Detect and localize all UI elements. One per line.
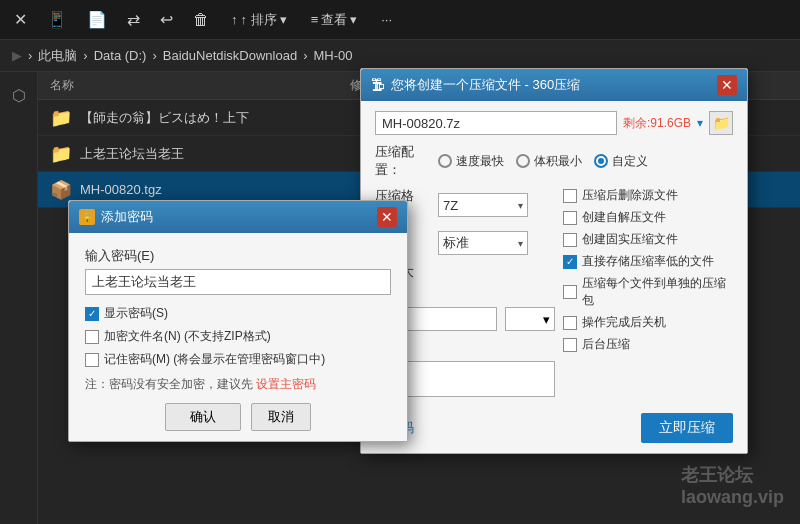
header-name: 名称 [50, 77, 350, 94]
checkbox-3[interactable]: ✓ 直接存储压缩率低的文件 [563, 253, 733, 270]
volume-arrow: ▾ [543, 312, 550, 327]
compress-dialog-close[interactable]: ✕ [717, 75, 737, 95]
address-folder[interactable]: BaiduNetdiskDownload [163, 48, 297, 63]
password-dialog-title: 🔒 添加密码 ✕ [69, 201, 407, 233]
pwd-checkbox-show-box: ✓ [85, 307, 99, 321]
address-subfolder[interactable]: MH-00 [314, 48, 353, 63]
toolbar-share-icon[interactable]: ↩ [154, 6, 179, 33]
config-radio-group: 速度最快 体积最小 自定义 [438, 153, 733, 170]
format-row: 压缩格式: 7Z ▾ 访式: 标准 ▾ 份卷大小: [375, 187, 733, 405]
watermark: 老王论坛laowang.vip [681, 463, 784, 508]
checkbox-box-0 [563, 189, 577, 203]
checkbox-box-2 [563, 233, 577, 247]
right-checkboxes: 压缩后删除源文件 创建自解压文件 创建固实压缩文件 ✓ 直接存储压缩率低的文件 … [563, 187, 733, 353]
config-radio-small[interactable]: 体积最小 [516, 153, 582, 170]
address-drive[interactable]: Data (D:) [94, 48, 147, 63]
password-note: 注：密码没有安全加密，建议先 设置主密码 [85, 376, 391, 393]
access-arrow: ▾ [518, 238, 523, 249]
checkbox-box-6 [563, 338, 577, 352]
toolbar-copy-icon[interactable]: 📄 [81, 6, 113, 33]
checkbox-box-1 [563, 211, 577, 225]
folder-icon-0: 📁 [50, 107, 72, 129]
radio-circle-fast [438, 154, 452, 168]
sort-chevron: ▾ [280, 12, 287, 27]
view-chevron: ▾ [350, 12, 357, 27]
address-computer[interactable]: 此电脑 [38, 47, 77, 65]
config-label: 压缩配置： [375, 143, 430, 179]
filename-input[interactable] [375, 111, 617, 135]
sort-icon: ↑ [231, 12, 238, 27]
sidebar: ⬡ [0, 72, 38, 524]
set-master-password-link[interactable]: 设置主密码 [256, 377, 316, 391]
toolbar-delete-icon[interactable]: 🗑 [187, 7, 215, 33]
file-name-2: MH-00820.tgz [80, 182, 360, 197]
config-radio-fast[interactable]: 速度最快 [438, 153, 504, 170]
compress-dialog-title: 🗜 您将创建一个压缩文件 - 360压缩 ✕ [361, 69, 747, 101]
password-dialog-icon: 🔒 [79, 209, 95, 225]
folder-icon-1: 📁 [50, 143, 72, 165]
tgz-icon: 📦 [50, 179, 72, 201]
checkbox-0[interactable]: 压缩后删除源文件 [563, 187, 733, 204]
compress-dialog-icon: 🗜 [371, 77, 385, 93]
address-arrow: ▶ [12, 48, 22, 63]
toolbar: ✕ 📱 📄 ⇄ ↩ 🗑 ↑ ↑ 排序 ▾ ≡ 查看 ▾ ··· [0, 0, 800, 40]
pwd-checkbox-remember-box [85, 353, 99, 367]
pwd-checkbox-remember[interactable]: 记住密码(M) (将会显示在管理密码窗口中) [85, 351, 391, 368]
radio-circle-custom [594, 154, 608, 168]
pwd-checkbox-show[interactable]: ✓ 显示密码(S) [85, 305, 391, 322]
volume-dropdown[interactable]: ▾ [505, 307, 555, 331]
password-field-label: 输入密码(E) [85, 247, 391, 265]
password-input[interactable] [85, 269, 391, 295]
pwd-checkbox-filename[interactable]: 加密文件名(N) (不支持ZIP格式) [85, 328, 391, 345]
format-arrow: ▾ [518, 200, 523, 211]
filename-row: 剩余:91.6GB ▾ 📁 [375, 111, 733, 135]
checkbox-1[interactable]: 创建自解压文件 [563, 209, 733, 226]
sidebar-icon-1[interactable]: ⬡ [4, 80, 34, 110]
format-select[interactable]: 7Z ▾ [438, 193, 528, 217]
password-ok-button[interactable]: 确认 [165, 403, 241, 431]
compress-dialog-body: 剩余:91.6GB ▾ 📁 压缩配置： 速度最快 体积最小 自定义 [361, 101, 747, 453]
config-radio-custom[interactable]: 自定义 [594, 153, 648, 170]
view-button[interactable]: ≡ 查看 ▾ [303, 7, 366, 33]
password-checkboxes: ✓ 显示密码(S) 加密文件名(N) (不支持ZIP格式) 记住密码(M) (将… [85, 305, 391, 368]
access-select[interactable]: 标准 ▾ [438, 231, 528, 255]
checkbox-6[interactable]: 后台压缩 [563, 336, 733, 353]
compress-button[interactable]: 立即压缩 [641, 413, 733, 443]
view-icon: ≡ [311, 12, 319, 27]
checkbox-box-3: ✓ [563, 255, 577, 269]
password-dialog: 🔒 添加密码 ✕ 输入密码(E) ✓ 显示密码(S) 加密文件名(N) (不支持… [68, 200, 408, 442]
password-dialog-body: 输入密码(E) ✓ 显示密码(S) 加密文件名(N) (不支持ZIP格式) 记住… [69, 233, 407, 441]
toolbar-phone-icon[interactable]: 📱 [41, 6, 73, 33]
browse-folder-button[interactable]: 📁 [709, 111, 733, 135]
free-space-dropdown[interactable]: ▾ [697, 116, 703, 130]
compress-dialog: 🗜 您将创建一个压缩文件 - 360压缩 ✕ 剩余:91.6GB ▾ 📁 压缩配… [360, 68, 748, 454]
free-space-label: 剩余:91.6GB [623, 115, 691, 132]
toolbar-move-icon[interactable]: ⇄ [121, 6, 146, 33]
dialog-bottom-row: 加密码 立即压缩 [375, 413, 733, 443]
checkbox-4[interactable]: 压缩每个文件到单独的压缩包 [563, 275, 733, 309]
radio-circle-small [516, 154, 530, 168]
file-name-0: 【師走の翁】ビスはめ！上下 [80, 109, 360, 127]
password-buttons: 确认 取消 [85, 403, 391, 431]
sort-button[interactable]: ↑ ↑ 排序 ▾ [223, 7, 295, 33]
checkbox-box-5 [563, 316, 577, 330]
toolbar-back-icon[interactable]: ✕ [8, 6, 33, 33]
password-cancel-button[interactable]: 取消 [251, 403, 311, 431]
more-button[interactable]: ··· [373, 8, 400, 31]
password-dialog-close[interactable]: ✕ [377, 207, 397, 227]
config-row: 压缩配置： 速度最快 体积最小 自定义 [375, 143, 733, 179]
checkbox-box-4 [563, 285, 577, 299]
checkbox-5[interactable]: 操作完成后关机 [563, 314, 733, 331]
file-name-1: 上老王论坛当老王 [80, 145, 360, 163]
checkbox-2[interactable]: 创建固实压缩文件 [563, 231, 733, 248]
pwd-checkbox-filename-box [85, 330, 99, 344]
